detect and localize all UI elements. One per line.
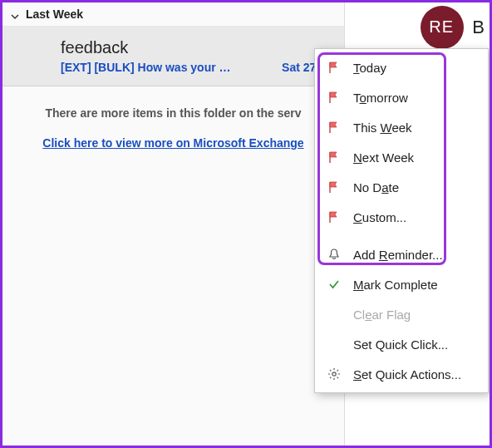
menu-custom[interactable]: Custom... (315, 202, 488, 232)
blank-icon (327, 337, 342, 352)
menu-mark-complete-label: Mark Complete (353, 278, 438, 292)
menu-clear-flag: Clear Flag (315, 299, 488, 329)
message-list-pane: Last Week feedback [EXT] [BULK] How was … (2, 2, 345, 446)
flag-icon (327, 150, 342, 165)
gear-icon (327, 367, 342, 382)
message-line2: [EXT] [BULK] How was your … Sat 27/0 (61, 61, 329, 74)
flag-icon (327, 90, 342, 105)
message-item[interactable]: feedback [EXT] [BULK] How was your … Sat… (2, 27, 344, 86)
flag-icon (327, 120, 342, 135)
menu-this-week-label: This Week (353, 121, 412, 135)
menu-set-quick-actions-label: Set Quick Actions... (353, 367, 461, 382)
menu-today-label: Today (353, 61, 386, 75)
group-label: Last Week (26, 7, 83, 21)
menu-mark-complete[interactable]: Mark Complete (315, 269, 488, 299)
flag-context-menu: Today Tomorrow This Week Next Week No Da… (314, 48, 489, 393)
message-sender: feedback (61, 38, 329, 57)
menu-set-quick-click-label: Set Quick Click... (353, 337, 448, 352)
reading-pane-header: RE B (345, 2, 490, 52)
menu-tomorrow-label: Tomorrow (353, 91, 408, 105)
group-header-last-week[interactable]: Last Week (2, 2, 344, 27)
menu-this-week[interactable]: This Week (315, 112, 488, 142)
check-icon (327, 277, 342, 292)
menu-no-date-label: No Date (353, 180, 399, 194)
flag-icon (327, 60, 342, 75)
menu-today[interactable]: Today (315, 52, 488, 82)
flag-icon (327, 180, 342, 194)
menu-separator (315, 235, 488, 236)
menu-next-week[interactable]: Next Week (315, 142, 488, 172)
avatar: RE (421, 6, 464, 49)
more-items-text: There are more items in this folder on t… (2, 86, 344, 125)
svg-point-0 (332, 372, 336, 376)
menu-tomorrow[interactable]: Tomorrow (315, 82, 488, 112)
view-more-link[interactable]: Click here to view more on Microsoft Exc… (2, 136, 344, 150)
menu-next-week-label: Next Week (353, 150, 414, 165)
menu-set-quick-actions[interactable]: Set Quick Actions... (315, 359, 488, 389)
flag-icon (327, 209, 342, 224)
menu-custom-label: Custom... (353, 210, 406, 224)
menu-set-quick-click[interactable]: Set Quick Click... (315, 329, 488, 359)
avatar-initials: RE (429, 17, 454, 37)
menu-add-reminder[interactable]: Add Reminder... (315, 239, 488, 269)
bell-icon (327, 247, 342, 262)
blank-icon (327, 307, 342, 322)
menu-no-date[interactable]: No Date (315, 172, 488, 202)
menu-add-reminder-label: Add Reminder... (353, 248, 443, 262)
menu-clear-flag-label: Clear Flag (353, 308, 411, 322)
message-subject: [EXT] [BULK] How was your … (61, 61, 231, 74)
chevron-down-icon (11, 10, 19, 18)
avatar-side-text: B (472, 17, 485, 38)
